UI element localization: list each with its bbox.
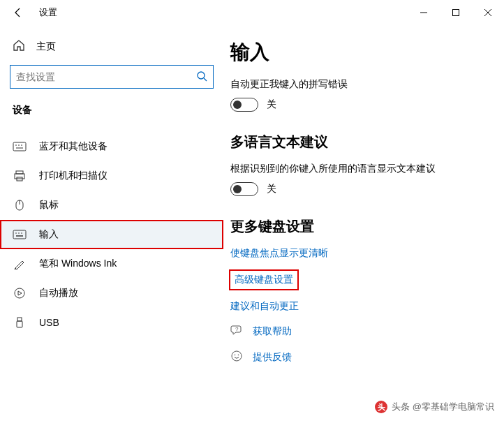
svg-point-15 [15, 232, 17, 234]
sidebar-item-usb[interactable]: USB [0, 308, 223, 337]
help-icon: ? [230, 324, 243, 339]
link-suggestions-autocorrect[interactable]: 建议和自动更正 [230, 300, 497, 313]
pen-icon [13, 258, 27, 270]
sidebar-item-label: 输入 [39, 228, 59, 241]
close-button[interactable] [472, 1, 504, 24]
sidebar-item-bluetooth[interactable]: 蓝牙和其他设备 [0, 132, 223, 161]
heading-more-keyboard: 更多键盘设置 [230, 217, 497, 236]
keyboard-device-icon [13, 142, 27, 151]
toggle-spelling-state: 关 [267, 98, 276, 111]
setting-spelling-label: 自动更正我键入的拼写错误 [230, 78, 497, 91]
svg-point-25 [238, 355, 239, 356]
svg-point-2 [198, 72, 205, 79]
watermark: 头 头条 @零基础学电脑常识 [375, 401, 494, 413]
svg-point-16 [18, 232, 20, 234]
svg-point-23 [232, 351, 242, 361]
feedback-icon [230, 350, 243, 364]
setting-multilang-desc: 根据识别到的你键入所使用的语言显示文本建议 [230, 163, 497, 175]
sidebar-section-label: 设备 [0, 98, 223, 124]
sidebar-item-printers[interactable]: 打印机和扫描仪 [0, 161, 223, 191]
main-panel: 输入 自动更正我键入的拼写错误 关 多语言文本建议 根据识别到的你键入所使用的语… [223, 25, 504, 423]
keyboard-icon [13, 230, 27, 239]
svg-rect-9 [16, 171, 23, 174]
link-keyboard-focus[interactable]: 使键盘焦点显示更清晰 [230, 247, 497, 260]
window-title: 设置 [31, 6, 57, 19]
sidebar-item-mouse[interactable]: 鼠标 [0, 191, 223, 220]
toggle-multilang[interactable] [230, 182, 258, 196]
toggle-multilang-state: 关 [267, 183, 276, 195]
sidebar-nav: 蓝牙和其他设备 打印机和扫描仪 鼠标 [0, 132, 223, 337]
maximize-button[interactable] [440, 1, 472, 24]
svg-point-17 [21, 232, 22, 234]
printer-icon [13, 170, 27, 182]
watermark-text: 头条 @零基础学电脑常识 [392, 401, 494, 413]
svg-rect-14 [13, 230, 26, 239]
toggle-spelling[interactable] [230, 98, 258, 112]
sidebar-home[interactable]: 主页 [0, 32, 223, 61]
sidebar-item-label: 自动播放 [39, 287, 78, 299]
sidebar: 主页 设备 蓝牙和其他设备 [0, 25, 223, 423]
svg-rect-21 [17, 321, 22, 327]
svg-text:?: ? [235, 326, 239, 332]
search-input-wrap[interactable] [10, 65, 214, 89]
svg-rect-20 [17, 318, 22, 321]
feedback-row[interactable]: 提供反馈 [230, 350, 497, 364]
sidebar-item-label: 蓝牙和其他设备 [39, 140, 108, 153]
minimize-button[interactable] [408, 1, 440, 24]
feedback-label: 提供反馈 [253, 351, 292, 364]
svg-rect-1 [453, 10, 459, 16]
link-advanced-keyboard[interactable]: 高级键盘设置 [230, 271, 297, 289]
sidebar-item-label: USB [39, 317, 59, 328]
svg-point-24 [235, 355, 236, 356]
mouse-icon [13, 199, 27, 212]
svg-point-19 [15, 288, 24, 298]
search-icon [196, 70, 207, 84]
sidebar-item-autoplay[interactable]: 自动播放 [0, 279, 223, 308]
get-help-row[interactable]: ? 获取帮助 [230, 324, 497, 339]
sidebar-item-typing[interactable]: 输入 [0, 220, 223, 249]
search-input[interactable] [16, 71, 196, 82]
svg-rect-4 [13, 142, 26, 151]
svg-line-3 [204, 78, 207, 81]
usb-icon [13, 316, 27, 329]
home-icon [13, 39, 25, 54]
sidebar-item-pen[interactable]: 笔和 Windows Ink [0, 249, 223, 279]
sidebar-item-label: 笔和 Windows Ink [39, 258, 117, 270]
watermark-icon: 头 [375, 401, 387, 413]
page-title: 输入 [230, 39, 497, 66]
autoplay-icon [13, 287, 27, 299]
sidebar-home-label: 主页 [36, 40, 56, 53]
back-button[interactable] [6, 0, 31, 25]
heading-multilang: 多语言文本建议 [230, 133, 497, 151]
svg-rect-10 [15, 174, 24, 179]
sidebar-item-label: 打印机和扫描仪 [39, 170, 108, 182]
get-help-label: 获取帮助 [253, 325, 292, 338]
sidebar-item-label: 鼠标 [39, 199, 59, 212]
